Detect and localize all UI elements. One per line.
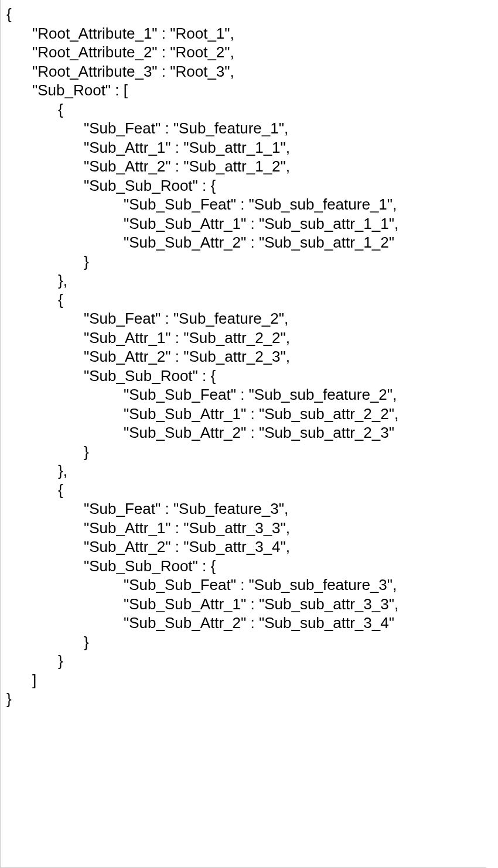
json-line: "Sub_Sub_Attr_2" : "Sub_sub_attr_3_4": [6, 613, 480, 633]
json-line: {: [6, 5, 480, 24]
json-line: },: [6, 461, 480, 481]
json-line: "Sub_Attr_1" : "Sub_attr_3_3",: [6, 519, 480, 538]
json-line: "Root_Attribute_1" : "Root_1",: [6, 24, 480, 43]
json-code-block: { "Root_Attribute_1" : "Root_1", "Root_A…: [0, 0, 486, 868]
json-line: "Sub_Attr_2" : "Sub_attr_3_4",: [6, 537, 480, 557]
json-line: }: [6, 633, 480, 652]
json-line: "Sub_Attr_2" : "Sub_attr_2_3",: [6, 347, 480, 366]
json-line: "Sub_Sub_Feat" : "Sub_sub_feature_1",: [6, 195, 480, 214]
json-line: "Sub_Sub_Attr_2" : "Sub_sub_attr_2_3": [6, 423, 480, 442]
json-line: "Sub_Sub_Root" : {: [6, 557, 480, 576]
json-line: {: [6, 100, 480, 119]
json-line: "Sub_Sub_Attr_1" : "Sub_sub_attr_3_3",: [6, 595, 480, 614]
json-line: "Root_Attribute_3" : "Root_3",: [6, 62, 480, 81]
json-line: "Root_Attribute_2" : "Root_2",: [6, 43, 480, 62]
json-line: "Sub_Sub_Attr_2" : "Sub_sub_attr_1_2": [6, 233, 480, 252]
json-line: "Sub_Sub_Root" : {: [6, 176, 480, 195]
json-line: "Sub_Sub_Feat" : "Sub_sub_feature_3",: [6, 575, 480, 595]
json-line: "Sub_Attr_1" : "Sub_attr_1_1",: [6, 138, 480, 157]
json-line: "Sub_Sub_Root" : {: [6, 366, 480, 386]
json-line: {: [6, 481, 480, 500]
json-line: ]: [6, 671, 480, 690]
json-line: {: [6, 290, 480, 310]
json-line: },: [6, 271, 480, 290]
json-line: }: [6, 689, 480, 709]
json-line: }: [6, 252, 480, 272]
json-line: "Sub_Attr_1" : "Sub_attr_2_2",: [6, 328, 480, 348]
json-line: "Sub_Sub_Attr_1" : "Sub_sub_attr_2_2",: [6, 404, 480, 424]
json-line: "Sub_Sub_Attr_1" : "Sub_sub_attr_1_1",: [6, 214, 480, 234]
json-line: }: [6, 442, 480, 462]
json-line: }: [6, 651, 480, 671]
json-line: "Sub_Attr_2" : "Sub_attr_1_2",: [6, 157, 480, 176]
json-line: "Sub_Root" : [: [6, 81, 480, 100]
json-line: "Sub_Feat" : "Sub_feature_3",: [6, 499, 480, 519]
json-line: "Sub_Sub_Feat" : "Sub_sub_feature_2",: [6, 385, 480, 404]
json-line: "Sub_Feat" : "Sub_feature_2",: [6, 309, 480, 328]
json-line: "Sub_Feat" : "Sub_feature_1",: [6, 119, 480, 138]
